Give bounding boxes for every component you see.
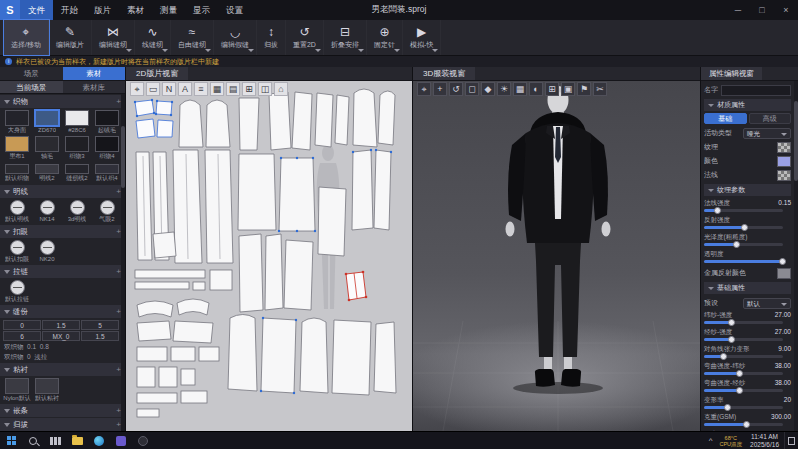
menu-item[interactable]: 素材: [119, 0, 152, 20]
material-properties-header[interactable]: 材质属性: [704, 99, 791, 111]
window-control-button[interactable]: □: [750, 0, 774, 20]
2d-tool-icon[interactable]: ⊞: [242, 82, 256, 96]
chevron-down-icon[interactable]: [358, 49, 364, 52]
3d-tool-icon[interactable]: ◆: [481, 82, 495, 96]
3d-tool-icon[interactable]: ▣: [561, 82, 575, 96]
slider-track[interactable]: [704, 321, 783, 324]
ribbon-tool-button[interactable]: ◡ 编辑假缝: [214, 20, 257, 55]
pattern-piece-red-selected[interactable]: [345, 271, 368, 302]
cpu-temp-widget[interactable]: 68°CCPU温度: [716, 435, 745, 447]
chevron-down-icon[interactable]: [394, 49, 400, 52]
menu-item[interactable]: 文件: [20, 0, 53, 20]
panel-subtab[interactable]: 当前场景: [0, 81, 63, 93]
material-tab[interactable]: 基础: [704, 113, 747, 124]
app-logo-icon[interactable]: S: [0, 0, 20, 20]
topstitch-item[interactable]: 默认明线: [2, 200, 32, 223]
pattern-piece-quilted[interactable]: [239, 234, 313, 312]
slider-fill[interactable]: [704, 338, 732, 341]
slider-fill[interactable]: [704, 209, 718, 212]
3d-tool-icon[interactable]: ✂: [593, 82, 607, 96]
section-header-fusible[interactable]: 粘衬 +: [0, 363, 125, 376]
avatar-svg[interactable]: [413, 81, 700, 431]
fabric-swatch[interactable]: 大身面: [2, 110, 32, 134]
chevron-down-icon[interactable]: [126, 49, 132, 52]
pattern-piece-strips[interactable]: [135, 270, 232, 290]
fabric-swatch[interactable]: 轴毛: [32, 136, 62, 160]
2d-tool-icon[interactable]: ≡: [194, 82, 208, 96]
slider-track[interactable]: [704, 260, 783, 263]
pattern-piece-bottom-row[interactable]: [228, 315, 396, 396]
ribbon-tool-button[interactable]: ⋈ 编辑缝纫: [92, 20, 135, 55]
topstitch-item[interactable]: 3d明线: [62, 200, 92, 223]
browser-button[interactable]: [88, 432, 110, 449]
section-header-topstitch[interactable]: 明线 +: [0, 185, 125, 198]
taskbar-search-button[interactable]: [22, 432, 44, 449]
3d-tool-icon[interactable]: ⌖: [417, 82, 431, 96]
seam-row[interactable]: 双织物 0 浅拉: [0, 352, 125, 362]
seam-preset-cell[interactable]: 6: [3, 331, 41, 341]
pinned-app-button[interactable]: [110, 432, 132, 449]
slider-fill[interactable]: [704, 355, 724, 358]
panel-tab[interactable]: 场景: [0, 67, 63, 80]
texture-params-header[interactable]: 纹理参数: [704, 184, 791, 196]
ribbon-tool-button[interactable]: ⌖ 选择/移动: [4, 20, 49, 55]
name-input[interactable]: [721, 85, 791, 96]
section-header-shaping[interactable]: 归拔 +: [0, 418, 125, 431]
tab-property-editor[interactable]: 属性编辑视窗: [701, 67, 762, 80]
buttonhole-item[interactable]: 默认扣眼: [2, 240, 32, 263]
2d-tool-icon[interactable]: ▦: [210, 82, 224, 96]
slider-track[interactable]: [704, 209, 783, 212]
window-control-button[interactable]: ×: [774, 0, 798, 20]
left-panel-scrollbar[interactable]: [121, 94, 125, 431]
collapse-arrow-icon[interactable]: [708, 287, 714, 290]
2d-pattern-canvas[interactable]: ⌖▭NA≡▦▤⊞◫⌂: [126, 81, 412, 431]
panel-tab[interactable]: 素材: [63, 67, 126, 80]
3d-garment-canvas[interactable]: ⌖+↺◻◆☀▦◐⊞▣⚑✂: [413, 81, 700, 431]
collapse-arrow-icon[interactable]: [4, 270, 10, 274]
collapse-arrow-icon[interactable]: [4, 409, 10, 413]
pattern-piece-collars[interactable]: [137, 299, 219, 417]
menu-item[interactable]: 开始: [53, 0, 86, 20]
fabric-mini-swatch[interactable]: 默认织4: [92, 164, 122, 182]
fabric-swatch[interactable]: ZD670: [32, 110, 62, 134]
tab-2d-pattern-window[interactable]: 2D版片视窗: [126, 67, 188, 80]
3d-tool-icon[interactable]: ◻: [465, 82, 479, 96]
slider-track[interactable]: [704, 389, 783, 392]
collapse-arrow-icon[interactable]: [4, 100, 10, 104]
material-tab[interactable]: 高级: [749, 113, 792, 124]
window-control-button[interactable]: ─: [726, 0, 750, 20]
chevron-down-icon[interactable]: [432, 49, 438, 52]
slider-fill[interactable]: [704, 389, 740, 392]
pinned-app-button-2[interactable]: [132, 432, 154, 449]
3d-tool-icon[interactable]: ⚑: [577, 82, 591, 96]
chevron-down-icon[interactable]: [205, 49, 211, 52]
seam-preset-cell[interactable]: 5: [81, 320, 119, 330]
start-button[interactable]: [0, 432, 22, 449]
seam-preset-cell[interactable]: 1.5: [81, 331, 119, 341]
scrollbar-thumb[interactable]: [794, 101, 798, 181]
fabric-mini-swatch[interactable]: 默认织物: [2, 164, 32, 182]
seam-row[interactable]: 双织物 0.1 0.8: [0, 342, 125, 352]
preset-dropdown[interactable]: 默认: [743, 298, 791, 309]
3d-tool-icon[interactable]: ▦: [513, 82, 527, 96]
texture-map-box[interactable]: [777, 142, 791, 153]
pattern-piece-trousers[interactable]: [136, 150, 233, 263]
chevron-down-icon[interactable]: [315, 49, 321, 52]
slider-track[interactable]: [704, 372, 783, 375]
fabric-swatch[interactable]: 里布1: [2, 136, 32, 160]
slider-fill[interactable]: [704, 260, 783, 263]
ribbon-tool-button[interactable]: ⊕ 固定针: [367, 20, 403, 55]
slider-track[interactable]: [704, 338, 783, 341]
topstitch-item[interactable]: NK14: [32, 200, 62, 223]
ribbon-tool-button[interactable]: ≈ 自由缝纫: [171, 20, 214, 55]
slider-track[interactable]: [704, 243, 783, 246]
buttonhole-item[interactable]: NK20: [32, 240, 62, 263]
tab-3d-garment-window[interactable]: 3D服装视窗: [413, 67, 475, 80]
slider-fill[interactable]: [704, 321, 732, 324]
section-header-fabric[interactable]: 织物 +: [0, 95, 125, 108]
3d-tool-icon[interactable]: ↺: [449, 82, 463, 96]
slider-fill[interactable]: [704, 243, 737, 246]
2d-tool-icon[interactable]: ▤: [226, 82, 240, 96]
fabric-swatch[interactable]: 起绒毛: [92, 110, 122, 134]
section-header-piping[interactable]: 嵌条 +: [0, 404, 125, 417]
